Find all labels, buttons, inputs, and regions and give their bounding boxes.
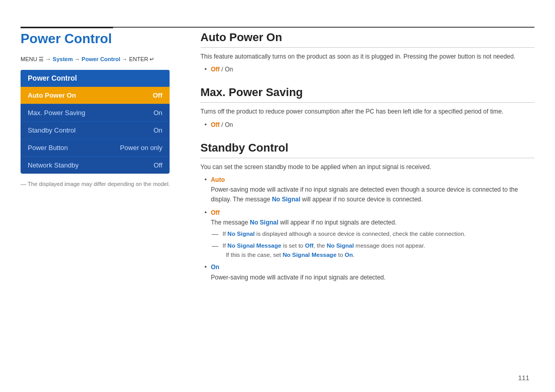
bullet-off-on-max: • Off / On bbox=[205, 120, 534, 130]
sub-dash2: ― bbox=[212, 241, 218, 252]
menu-box-title: Power Control bbox=[21, 70, 170, 86]
section-auto-power-on: Auto Power On This feature automatically… bbox=[200, 31, 534, 74]
menu-item-label: Standby Control bbox=[28, 126, 154, 134]
section-desc-max-power-saving: Turns off the product to reduce power co… bbox=[200, 107, 534, 117]
section-desc-auto-power-on: This feature automatically turns on the … bbox=[200, 52, 534, 62]
highlight-off: Off bbox=[211, 66, 219, 73]
highlight-nosignal-msg: No Signal Message bbox=[228, 242, 282, 249]
bullet-auto: • Auto Power-saving mode will activate i… bbox=[205, 175, 534, 205]
menu-path: MENU ☰ → System → Power Control → ENTER … bbox=[21, 56, 180, 63]
menu-path-powercontrol: Power Control bbox=[82, 56, 120, 62]
menu-item-auto-power-on[interactable]: Auto Power On Off bbox=[21, 86, 170, 104]
menu-path-system: System bbox=[53, 56, 73, 62]
menu-item-value: On bbox=[154, 109, 162, 117]
menu-prefix: MENU bbox=[21, 56, 39, 62]
menu-item-network-standby[interactable]: Network Standby Off bbox=[21, 156, 170, 174]
menu-box: Power Control Auto Power On Off Max. Pow… bbox=[21, 70, 170, 174]
menu-item-label: Power Button bbox=[28, 144, 120, 152]
section-max-power-saving: Max. Power Saving Turns off the product … bbox=[200, 86, 534, 129]
menu-item-value: Off bbox=[154, 161, 162, 169]
on-desc: Power-saving mode will activate if no in… bbox=[211, 274, 385, 281]
sub-bullet-1: ― If No Signal is displayed although a s… bbox=[212, 229, 534, 240]
auto-desc: Power-saving mode will activate if no in… bbox=[211, 186, 518, 203]
menu-item-power-button[interactable]: Power Button Power on only bbox=[21, 139, 170, 156]
menu-item-max-power-saving[interactable]: Max. Power Saving On bbox=[21, 104, 170, 121]
bullet-on: • On Power-saving mode will activate if … bbox=[205, 263, 534, 282]
right-panel: Auto Power On This feature automatically… bbox=[200, 31, 534, 294]
left-panel: Power Control MENU ☰ → System → Power Co… bbox=[21, 31, 180, 187]
menu-arrow2: → ENTER ↵ bbox=[122, 56, 154, 62]
bullet-text: On Power-saving mode will activate if no… bbox=[211, 263, 385, 282]
menu-item-value: Off bbox=[153, 91, 162, 99]
highlight-no-signal2: No Signal bbox=[250, 219, 278, 226]
menu-item-value: On bbox=[154, 126, 162, 134]
bullet-text: Off / On bbox=[211, 65, 233, 74]
highlight-nosignal3: No Signal bbox=[228, 231, 255, 237]
bullet-dot: • bbox=[205, 263, 207, 272]
section-title-auto-power-on: Auto Power On bbox=[200, 31, 534, 48]
page-title: Power Control bbox=[21, 31, 180, 47]
highlight-off-val: Off bbox=[305, 242, 313, 249]
sub-bullet-text2: If No Signal Message is set to Off, the … bbox=[223, 241, 425, 260]
highlight-off2: Off bbox=[211, 209, 219, 216]
menu-icon: ☰ → bbox=[39, 56, 52, 62]
menu-item-value: Power on only bbox=[120, 144, 162, 152]
bullet-dot: • bbox=[205, 175, 207, 185]
highlight-nosignal4: No Signal bbox=[327, 242, 354, 249]
menu-item-standby-control[interactable]: Standby Control On bbox=[21, 121, 170, 139]
page-number: 111 bbox=[518, 374, 529, 382]
section-title-max-power-saving: Max. Power Saving bbox=[200, 86, 534, 103]
highlight-on-val: On bbox=[345, 252, 353, 258]
bullet-off: • Off The message No Signal will appear … bbox=[205, 208, 534, 228]
menu-item-label: Max. Power Saving bbox=[28, 109, 154, 117]
bullet-dot: • bbox=[205, 208, 207, 218]
menu-item-label: Auto Power On bbox=[28, 91, 153, 99]
bullet-dot: • bbox=[205, 120, 207, 130]
highlight-no-signal: No Signal bbox=[272, 196, 300, 203]
menu-item-label: Network Standby bbox=[28, 161, 154, 169]
sub-dash: ― bbox=[212, 229, 218, 240]
footnote: ― The displayed image may differ dependi… bbox=[21, 181, 180, 187]
menu-arrow1: → bbox=[75, 56, 82, 62]
bullet-dot: • bbox=[205, 65, 207, 74]
sub-bullet-2: ― If No Signal Message is set to Off, th… bbox=[212, 241, 534, 260]
section-desc-standby-control: You can set the screen standby mode to b… bbox=[200, 162, 534, 172]
highlight-off: Off bbox=[211, 121, 219, 128]
off-desc: The message No Signal will appear if no … bbox=[211, 219, 397, 226]
section-title-standby-control: Standby Control bbox=[200, 141, 534, 158]
bullet-text: Auto Power-saving mode will activate if … bbox=[211, 175, 534, 205]
highlight-auto: Auto bbox=[211, 176, 225, 183]
section-standby-control: Standby Control You can set the screen s… bbox=[200, 141, 534, 283]
top-border-accent bbox=[21, 27, 113, 28]
sub-bullet-text: If No Signal is displayed although a sou… bbox=[223, 229, 466, 238]
highlight-nosignal-msg2: No Signal Message bbox=[283, 252, 337, 258]
bullet-text: Off / On bbox=[211, 120, 233, 130]
bullet-off-on-auto: • Off / On bbox=[205, 65, 534, 74]
highlight-on: On bbox=[211, 264, 219, 271]
bullet-text: Off The message No Signal will appear if… bbox=[211, 208, 397, 228]
